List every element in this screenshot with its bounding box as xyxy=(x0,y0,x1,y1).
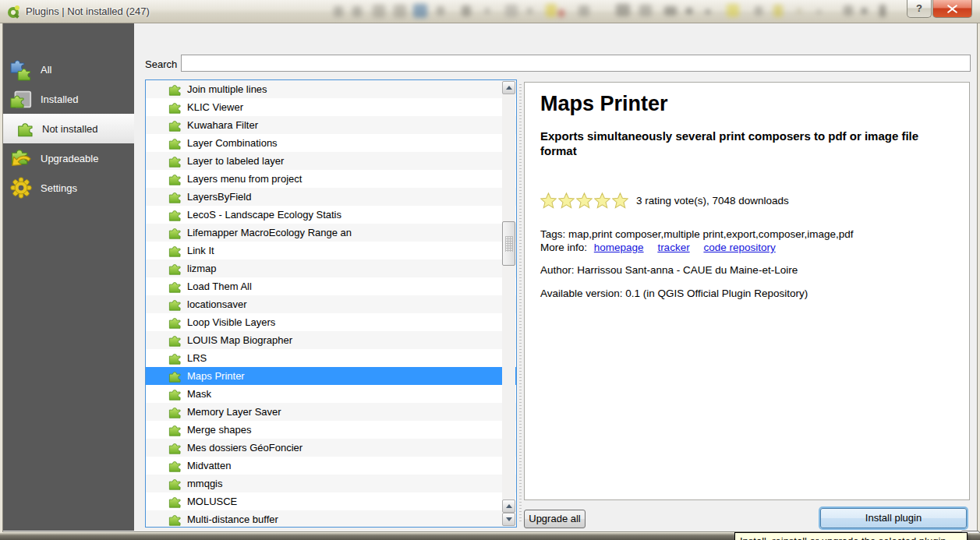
plugin-list-item[interactable]: KLIC Viewer xyxy=(146,98,516,116)
plugin-name-label: Mask xyxy=(187,388,211,400)
sidebar-item-label: Settings xyxy=(41,182,77,194)
plugin-puzzle-icon xyxy=(168,333,182,348)
tracker-link[interactable]: tracker xyxy=(657,242,689,253)
installed-icon xyxy=(9,87,33,111)
close-button[interactable] xyxy=(932,0,972,18)
homepage-link[interactable]: homepage xyxy=(594,242,644,253)
sidebar-item-all[interactable]: All xyxy=(3,55,134,84)
plugin-list-item-selected[interactable]: Maps Printer xyxy=(146,367,516,385)
blurred-toolbar-icon xyxy=(664,6,677,16)
blurred-toolbar-icon xyxy=(861,8,867,14)
plugin-name-label: Multi-distance buffer xyxy=(187,514,278,525)
window-title: Plugins | Not installed (247) xyxy=(26,5,150,17)
plugin-name-label: MOLUSCE xyxy=(187,496,237,507)
more-info-line: More info: homepage tracker code reposit… xyxy=(540,241,953,254)
plugin-name-label: Layers menu from project xyxy=(187,173,302,185)
plugin-list-item[interactable]: Link It xyxy=(146,242,516,259)
plugin-list-item[interactable]: Layer Combinations xyxy=(146,134,516,152)
plugin-list-item[interactable]: Memory Layer Saver xyxy=(146,403,516,421)
plugin-list-item[interactable]: LOUIS Map Biographer xyxy=(146,331,516,349)
plugin-list[interactable]: Join multiple lines KLIC Viewer Kuwahara… xyxy=(145,79,517,528)
plugin-list-item[interactable]: Join multiple lines xyxy=(146,80,516,98)
plugin-puzzle-icon xyxy=(168,512,182,527)
plugin-list-item[interactable]: locationsaver xyxy=(146,295,516,313)
plugin-title: Maps Printer xyxy=(540,92,953,116)
blurred-toolbar-icon xyxy=(879,5,886,17)
code-repository-link[interactable]: code repository xyxy=(703,242,775,253)
plugin-name-label: Memory Layer Saver xyxy=(187,406,281,418)
plugin-list-item[interactable]: LecoS - Landscape Ecology Statis xyxy=(146,206,516,224)
plugin-list-item[interactable]: Merge shapes xyxy=(146,421,516,439)
blurred-toolbar-icon xyxy=(817,9,821,14)
upgradeable-icon xyxy=(9,146,33,170)
blurred-toolbar-icon xyxy=(639,5,652,16)
rating-row: 3 rating vote(s), 7048 downloads xyxy=(540,192,953,209)
plugin-name-label: LecoS - Landscape Ecology Statis xyxy=(187,209,341,221)
plugin-list-item[interactable]: Multi-distance buffer xyxy=(146,510,516,528)
plugin-list-item[interactable]: Loop Visible Layers xyxy=(146,313,516,331)
plugin-list-item[interactable]: LayersByField xyxy=(146,188,516,206)
plugin-list-item[interactable]: Mes dossiers GéoFoncier xyxy=(146,439,516,457)
blurred-toolbar-icon xyxy=(755,6,762,16)
title-bar[interactable]: Plugins | Not installed (247) ? xyxy=(0,0,980,23)
plugin-puzzle-icon xyxy=(168,494,182,509)
blurred-toolbar-icon xyxy=(394,5,406,18)
sidebar-item-not-installed[interactable]: Not installed xyxy=(3,114,134,143)
blurred-toolbar-icon xyxy=(686,8,692,14)
scrollbar-up-button[interactable] xyxy=(502,81,515,94)
search-input[interactable] xyxy=(181,55,971,72)
plugin-puzzle-icon xyxy=(168,154,182,168)
plugin-name-label: lizmap xyxy=(187,263,217,274)
blurred-toolbar-icon xyxy=(844,5,853,16)
dialog-body: All Installed Not installed Upgradeable … xyxy=(2,23,978,532)
blurred-toolbar-icon xyxy=(352,6,362,17)
plugin-name-label: Loop Visible Layers xyxy=(187,316,275,328)
scrollbar-thumb[interactable] xyxy=(502,221,515,266)
plugin-name-label: Mes dossiers GéoFoncier xyxy=(187,442,302,454)
plugin-list-item[interactable]: Layer to labeled layer xyxy=(146,152,516,170)
plugin-list-item[interactable]: Load Them All xyxy=(146,277,516,295)
plugin-name-label: mmqgis xyxy=(187,478,223,489)
author-line: Author: Harrissou Sant-anna - CAUE du Ma… xyxy=(540,263,953,277)
scrollbar-down-button[interactable] xyxy=(502,513,515,526)
help-button[interactable]: ? xyxy=(907,0,932,18)
help-icon: ? xyxy=(916,2,922,14)
plugin-list-item[interactable]: Kuwahara Filter xyxy=(146,116,516,134)
qgis-plugin-manager-window: Plugins | Not installed (247) ? All Inst… xyxy=(0,0,980,540)
plugin-puzzle-icon xyxy=(168,422,182,437)
sidebar-item-label: All xyxy=(41,64,51,76)
sidebar-item-settings[interactable]: Settings xyxy=(3,173,134,203)
plugin-rows: Join multiple lines KLIC Viewer Kuwahara… xyxy=(146,80,516,528)
plugin-puzzle-icon xyxy=(168,351,182,365)
plugin-puzzle-icon xyxy=(168,440,182,455)
plugin-list-item[interactable]: mmqgis xyxy=(146,475,516,492)
blurred-toolbar-icon xyxy=(334,6,343,17)
splitter-handle[interactable] xyxy=(519,84,522,522)
close-icon xyxy=(947,5,957,13)
blurred-toolbar-icon xyxy=(546,4,557,17)
plugin-name-label: LayersByField xyxy=(187,191,251,203)
blurred-toolbar-icon xyxy=(505,5,518,17)
down-arrow-icon xyxy=(506,517,512,521)
blurred-toolbar-icon xyxy=(578,5,589,16)
plugin-name-label: KLIC Viewer xyxy=(187,101,243,113)
plugin-list-item[interactable]: Midvatten xyxy=(146,457,516,475)
plugin-name-label: Link It xyxy=(187,245,214,256)
plugin-list-item[interactable]: Mask xyxy=(146,385,516,403)
sidebar-item-installed[interactable]: Installed xyxy=(3,84,134,114)
scrollbar-up-button-bottom[interactable] xyxy=(502,499,515,513)
tooltip: Install, reinstall or upgrade the select… xyxy=(734,532,968,540)
sidebar-item-upgradeable[interactable]: Upgradeable xyxy=(3,143,134,173)
plugin-puzzle-icon xyxy=(168,261,182,276)
plugin-list-item[interactable]: LRS xyxy=(146,349,516,367)
plugin-puzzle-icon xyxy=(168,458,182,473)
install-plugin-button[interactable]: Install plugin xyxy=(820,508,967,528)
plugin-list-item[interactable]: MOLUSCE xyxy=(146,492,516,510)
blurred-toolbar-icon xyxy=(527,8,532,14)
plugin-list-item[interactable]: Layers menu from project xyxy=(146,170,516,188)
plugin-list-item[interactable]: lizmap xyxy=(146,259,516,277)
plugin-puzzle-icon xyxy=(168,225,182,240)
plugin-list-item[interactable]: Lifemapper MacroEcology Range an xyxy=(146,224,516,242)
upgrade-all-button[interactable]: Upgrade all xyxy=(524,510,586,528)
list-scrollbar[interactable] xyxy=(502,81,515,526)
